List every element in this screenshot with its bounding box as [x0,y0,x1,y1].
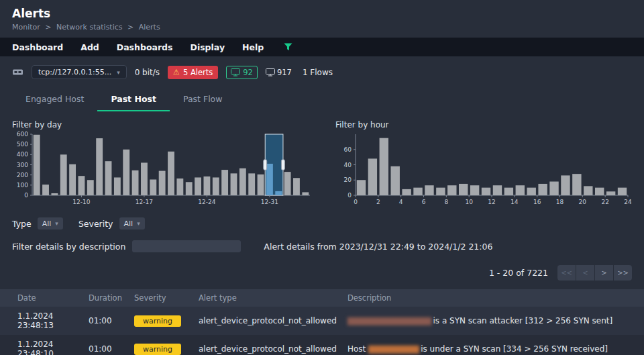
pagination-prev-button[interactable]: < [576,265,594,281]
description-suffix: is under a SYN scan [334 > 256 SYN recei… [418,344,608,354]
interface-select-value: tcp://127.0.0.1:55... [38,68,111,77]
severity-filter-select[interactable]: All ▾ [119,217,145,230]
svg-text:20: 20 [579,199,587,205]
breadcrumb-item-network-statistics[interactable]: Network statistics [56,23,122,32]
column-header-description: Description [342,289,644,307]
severity-badge: warning [134,344,181,355]
menu-item-help[interactable]: Help [242,42,264,52]
chevron-down-icon: ▾ [137,220,140,227]
cell-alert-type: alert_device_protocol_not_allowed [193,307,342,335]
column-header-date: Date [0,289,83,307]
menu-item-add[interactable]: Add [80,42,99,52]
cell-duration: 01:00 [83,335,129,355]
column-header-severity: Severity [129,289,193,307]
pagination-next-button[interactable]: > [595,265,613,281]
pagination-buttons: << < > >> [557,265,632,281]
alerts-table: Date Duration Severity Alert type Descri… [0,289,644,355]
svg-text:0: 0 [354,199,358,205]
filter-by-hour-chart[interactable]: 0204060024681012141618202224 [335,131,637,206]
filter-by-day-chart-block: Filter by day 010020030040050060012-1012… [12,120,315,209]
type-filter-select[interactable]: All ▾ [38,217,63,230]
hosts-badge[interactable]: 92 [226,66,258,79]
description-suffix: is a SYN scan attacker [312 > 256 SYN se… [431,316,612,325]
table-header-row: Date Duration Severity Alert type Descri… [0,289,644,307]
svg-text:200: 200 [17,172,28,179]
hosts-count: 92 [243,68,253,77]
pagination-row: 1 - 20 of 7221 << < > >> [0,265,644,281]
severity-filter-value: All [124,219,133,228]
svg-text:60: 60 [344,146,352,153]
svg-text:2: 2 [376,199,380,205]
table-row[interactable]: 1.1.2024 23:48:13 01:00 warning alert_de… [0,307,644,335]
description-filter-input[interactable] [132,240,241,252]
tab-past-flow[interactable]: Past Flow [170,90,236,111]
svg-text:14: 14 [511,199,519,205]
menu-item-dashboard[interactable]: Dashboard [12,42,63,52]
alerts-badge[interactable]: ⚠ 5 Alerts [168,66,218,79]
monitor-icon [231,68,240,77]
table-row[interactable]: 1.1.2024 23:48:10 01:00 warning alert_de… [0,335,644,355]
tab-past-host[interactable]: Past Host [97,90,170,111]
menu-item-dashboards[interactable]: Dashboards [117,42,173,52]
hour-chart-title: Filter by hour [335,120,637,130]
svg-text:300: 300 [17,162,28,168]
svg-text:16: 16 [533,199,541,205]
svg-text:24: 24 [624,199,632,205]
svg-text:12-31: 12-31 [261,199,278,205]
severity-filter-label: Severity [78,219,113,229]
svg-text:0: 0 [347,192,352,199]
filter-by-hour-chart-block: Filter by hour 0204060024681012141618202… [335,120,637,209]
devices-indicator[interactable]: 917 [266,68,292,77]
breadcrumb-separator: > [45,23,51,32]
statusbar: tcp://127.0.0.1:55... ▾ 0 bit/s ⚠ 5 Aler… [0,65,644,79]
interface-icon [12,68,23,77]
cell-severity: warning [129,307,193,335]
page-title: Alerts [12,7,632,20]
breadcrumb-item-monitor[interactable]: Monitor [12,23,40,32]
breadcrumb-item-alerts[interactable]: Alerts [139,23,160,32]
svg-text:12-24: 12-24 [198,199,215,205]
redacted-host: ████████████ [368,346,418,353]
cell-date: 1.1.2024 23:48:13 [0,307,83,335]
svg-text:40: 40 [344,162,352,168]
svg-text:600: 600 [17,131,28,138]
column-header-duration: Duration [83,289,129,307]
filter-by-day-chart[interactable]: 010020030040050060012-1012-1712-2412-31 [12,131,315,206]
svg-text:18: 18 [556,199,564,205]
svg-text:500: 500 [17,141,28,148]
svg-text:400: 400 [17,151,28,158]
type-filter-label: Type [12,219,32,229]
pagination-last-button[interactable]: >> [614,265,632,281]
pagination-first-button[interactable]: << [557,265,576,281]
svg-text:22: 22 [601,199,608,205]
filter-funnel-icon[interactable] [284,43,292,51]
chevron-down-icon: ▾ [55,220,58,227]
cell-date: 1.1.2024 23:48:10 [0,335,83,355]
alert-details-range-text: Alert details from 2023/12/31 22:49 to 2… [264,242,492,252]
throughput-value: 0 bit/s [135,68,160,77]
column-header-alert-type: Alert type [193,289,342,307]
pagination-range-text: 1 - 20 of 7221 [489,268,548,278]
svg-text:4: 4 [399,199,403,205]
devices-count: 917 [277,68,292,77]
chevron-down-icon: ▾ [117,69,120,76]
cell-duration: 01:00 [83,307,129,335]
type-severity-filter-row: Type All ▾ Severity All ▾ [0,217,644,230]
cell-description: Host ████████████ is under a SYN scan [3… [342,335,644,355]
alerts-badge-label: 5 Alerts [183,68,213,77]
tab-engaged-host[interactable]: Engaged Host [12,90,97,111]
page-header: Alerts Monitor > Network statistics > Al… [0,0,644,32]
menu-item-display[interactable]: Display [191,42,225,52]
interface-select[interactable]: tcp://127.0.0.1:55... ▾ [32,65,127,79]
warning-triangle-icon: ⚠ [173,68,180,77]
svg-text:10: 10 [465,199,473,205]
type-filter-value: All [42,219,52,228]
cell-alert-type: alert_device_protocol_not_allowed [193,335,342,355]
svg-text:20: 20 [344,176,352,183]
redacted-host: ████████████████████ [347,317,431,325]
monitor-icon [266,68,275,77]
svg-text:12: 12 [488,199,495,205]
svg-text:8: 8 [444,199,448,205]
svg-text:12-10: 12-10 [72,199,90,205]
cell-severity: warning [129,335,193,355]
